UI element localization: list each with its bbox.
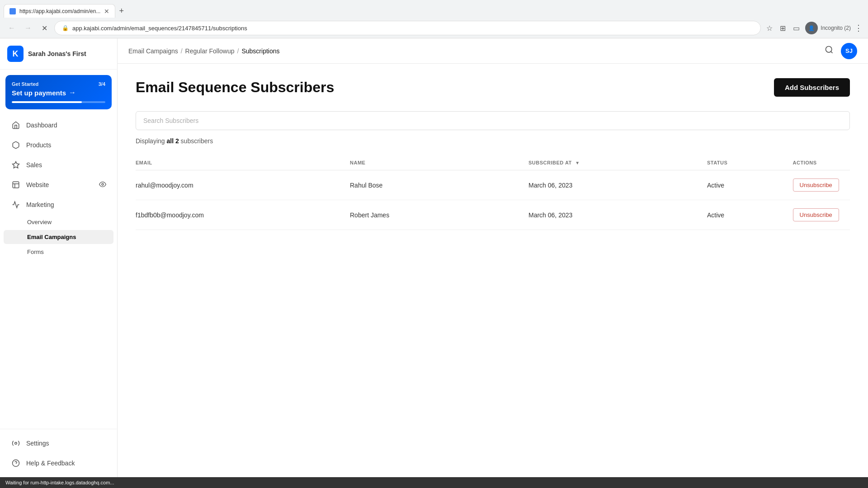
profile-button[interactable]: 👤	[805, 22, 818, 34]
display-count-suffix: subscribers	[179, 137, 213, 145]
cell-subscribed: March 06, 2023	[528, 170, 707, 200]
sidebar-bottom: Settings Help & Feedback	[0, 429, 117, 477]
forward-button[interactable]: →	[22, 22, 34, 34]
status-bar: Waiting for rum-http-intake.logs.datadog…	[0, 477, 868, 488]
cell-email: f1bdfb0b@moodjoy.com	[136, 200, 350, 230]
display-count-bold: all 2	[166, 137, 179, 145]
sidebar-item-email-campaigns[interactable]: Email Campaigns	[4, 230, 113, 244]
reload-button[interactable]: ✕	[38, 22, 51, 34]
status-text: Waiting for rum-http-intake.logs.datadog…	[5, 480, 114, 485]
col-header-actions: ACTIONS	[793, 155, 850, 170]
marketing-icon	[11, 200, 21, 210]
get-started-top: Get Started 3/4	[12, 81, 105, 87]
progress-bar	[12, 101, 105, 103]
settings-icon	[11, 438, 21, 448]
new-tab-button[interactable]: +	[115, 5, 127, 18]
back-button[interactable]: ←	[5, 22, 18, 34]
home-icon	[11, 120, 21, 130]
table-row: rahul@moodjoy.com Rahul Bose March 06, 2…	[136, 170, 850, 200]
sidebar-brand: Sarah Jonas's First	[28, 50, 86, 57]
cell-subscribed: March 06, 2023	[528, 200, 707, 230]
address-actions: ☆ ⊞ ▭ 👤 Incognito (2) ⋮	[764, 22, 863, 34]
help-icon	[11, 458, 21, 468]
breadcrumb-sep-2: /	[237, 47, 239, 55]
progress-fill	[12, 101, 82, 103]
display-count: Displaying all 2 subscribers	[136, 137, 850, 145]
sidebar-item-label: Marketing	[26, 201, 106, 208]
main-area: Email Campaigns / Regular Followup / Sub…	[118, 38, 868, 477]
content-area: Email Sequence Subscribers Add Subscribe…	[118, 64, 868, 477]
active-tab[interactable]: https://app.kajabi.com/admin/en... ✕	[4, 4, 115, 18]
sidebar-item-help[interactable]: Help & Feedback	[4, 454, 113, 473]
extension-button[interactable]: ⊞	[778, 22, 788, 34]
tab-bar: https://app.kajabi.com/admin/en... ✕ +	[0, 0, 868, 18]
top-nav-actions: SJ	[823, 43, 857, 59]
get-started-card[interactable]: Get Started 3/4 Set up payments →	[5, 75, 112, 109]
sort-icon: ▼	[575, 160, 580, 165]
sidebar-item-label: Products	[26, 141, 106, 149]
cast-button[interactable]: ▭	[791, 22, 802, 34]
address-bar-row: ← → ✕ 🔒 app.kajabi.com/admin/email_seque…	[0, 18, 868, 38]
svg-point-6	[826, 47, 832, 52]
add-subscribers-button[interactable]: Add Subscribers	[774, 78, 850, 97]
products-icon	[11, 140, 21, 150]
get-started-label: Get Started	[12, 81, 38, 87]
browser-menu-button[interactable]: ⋮	[854, 23, 863, 33]
arrow-icon: →	[69, 89, 76, 97]
sidebar-item-website[interactable]: Website	[4, 175, 113, 194]
col-header-subscribed[interactable]: SUBSCRIBED AT ▼	[528, 155, 707, 170]
cell-name: Rahul Bose	[350, 170, 528, 200]
tab-title: https://app.kajabi.com/admin/en...	[19, 8, 100, 14]
unsubscribe-button[interactable]: Unsubscribe	[793, 178, 839, 192]
search-container	[136, 111, 850, 130]
breadcrumb-email-campaigns[interactable]: Email Campaigns	[128, 47, 178, 55]
tab-close-icon[interactable]: ✕	[104, 8, 109, 15]
app: K Sarah Jonas's First Get Started 3/4 Se…	[0, 38, 868, 477]
cell-status: Active	[707, 200, 793, 230]
user-avatar-button[interactable]: SJ	[841, 43, 857, 59]
sidebar-item-label: Dashboard	[26, 122, 106, 129]
get-started-count: 3/4	[99, 81, 105, 87]
sales-icon	[11, 160, 21, 170]
get-started-action-text: Set up payments	[12, 89, 66, 97]
sidebar-item-forms[interactable]: Forms	[4, 245, 113, 259]
sidebar-item-label: Website	[26, 181, 94, 188]
sidebar-item-marketing[interactable]: Marketing	[4, 195, 113, 214]
col-header-email: EMAIL	[136, 155, 350, 170]
top-nav: Email Campaigns / Regular Followup / Sub…	[118, 38, 868, 64]
sidebar-item-label: Help & Feedback	[26, 460, 106, 467]
search-input[interactable]	[136, 111, 850, 130]
sidebar-item-sales[interactable]: Sales	[4, 155, 113, 174]
col-header-name: NAME	[350, 155, 528, 170]
cell-email: rahul@moodjoy.com	[136, 170, 350, 200]
bookmark-button[interactable]: ☆	[764, 22, 774, 34]
svg-rect-1	[13, 182, 19, 188]
cell-name: Robert James	[350, 200, 528, 230]
display-count-prefix: Displaying	[136, 137, 166, 145]
global-search-button[interactable]	[823, 43, 835, 58]
breadcrumb-sep-1: /	[181, 47, 183, 55]
sidebar-item-dashboard[interactable]: Dashboard	[4, 116, 113, 135]
sidebar-item-overview[interactable]: Overview	[4, 215, 113, 229]
table-header: EMAIL NAME SUBSCRIBED AT ▼ STATUS ACTION…	[136, 155, 850, 170]
get-started-action: Set up payments →	[12, 89, 105, 97]
cell-actions: Unsubscribe	[793, 170, 850, 200]
col-header-status: STATUS	[707, 155, 793, 170]
browser-chrome: https://app.kajabi.com/admin/en... ✕ + ←…	[0, 0, 868, 38]
subscribers-table: EMAIL NAME SUBSCRIBED AT ▼ STATUS ACTION…	[136, 155, 850, 230]
sidebar-item-products[interactable]: Products	[4, 136, 113, 155]
breadcrumb: Email Campaigns / Regular Followup / Sub…	[128, 47, 819, 55]
incognito-label: Incognito (2)	[821, 25, 851, 31]
breadcrumb-regular-followup[interactable]: Regular Followup	[185, 47, 235, 55]
table-row: f1bdfb0b@moodjoy.com Robert James March …	[136, 200, 850, 230]
eye-icon	[99, 181, 106, 189]
svg-line-7	[831, 52, 833, 53]
sidebar-item-settings[interactable]: Settings	[4, 434, 113, 453]
sidebar-item-label: Sales	[26, 161, 106, 169]
svg-marker-0	[13, 162, 19, 168]
page-header: Email Sequence Subscribers Add Subscribe…	[136, 78, 850, 97]
cell-actions: Unsubscribe	[793, 200, 850, 230]
address-bar[interactable]: 🔒 app.kajabi.com/admin/email_sequences/2…	[54, 21, 761, 35]
unsubscribe-button[interactable]: Unsubscribe	[793, 208, 839, 221]
tab-favicon	[9, 8, 16, 14]
